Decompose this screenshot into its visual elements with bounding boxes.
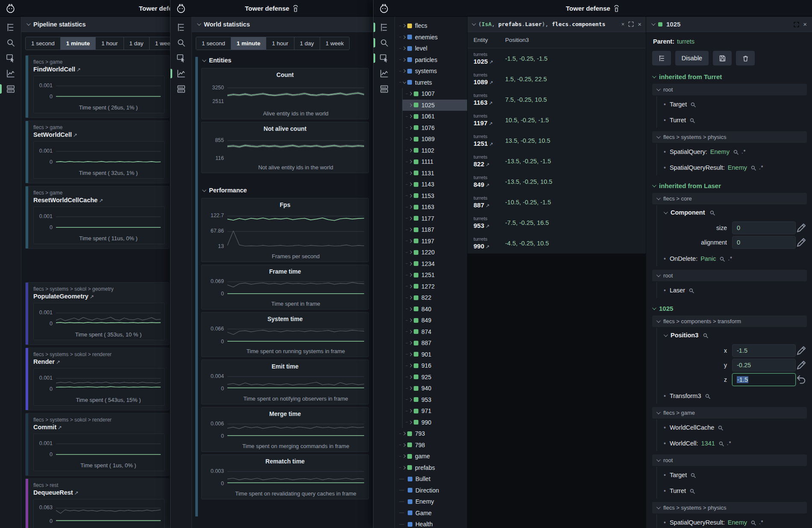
component-target-link[interactable]: Panic — [700, 255, 716, 262]
chevron-right-icon[interactable] — [409, 296, 412, 299]
tree-item-Bullet[interactable]: Bullet — [395, 473, 467, 485]
tree-item-822[interactable]: 822 — [403, 292, 467, 304]
search-icon[interactable] — [689, 288, 694, 293]
tab-1-week[interactable]: 1 week — [150, 37, 170, 50]
inspector-section-inherited-from-Turret[interactable]: inherited from Turret — [652, 73, 807, 80]
search-icon[interactable] — [719, 441, 724, 446]
section-header-performance[interactable]: Performance — [202, 187, 369, 194]
scope-bar[interactable]: root — [652, 454, 807, 466]
tree-item-1187[interactable]: 1187 — [403, 224, 467, 236]
tree-item-1061[interactable]: 1061 — [403, 111, 467, 122]
disable-button[interactable]: Disable — [675, 51, 709, 65]
clear-query-icon[interactable]: × — [621, 21, 625, 27]
field-input-size[interactable]: 0 — [732, 221, 796, 234]
chevron-right-icon[interactable] — [402, 24, 406, 27]
tree-item-1197[interactable]: 1197 — [403, 236, 467, 247]
chevron-right-icon[interactable] — [409, 183, 412, 186]
system-title-link[interactable]: ResetWorldCellCache↗ — [33, 197, 165, 204]
entity-link[interactable]: 1025↗ — [474, 58, 501, 65]
tree-item-874[interactable]: 874 — [403, 326, 467, 338]
close-icon[interactable]: × — [803, 21, 807, 27]
scope-bar[interactable]: flecs > components > transform — [652, 316, 807, 327]
tree-item-enemies[interactable]: enemies — [395, 32, 467, 43]
tree-item-turrets[interactable]: turrets — [395, 77, 467, 88]
save-button[interactable] — [713, 51, 732, 65]
search-icon[interactable] — [176, 38, 186, 48]
search-icon[interactable] — [733, 149, 738, 154]
scope-bar[interactable]: root — [652, 270, 807, 281]
chevron-down-icon[interactable] — [403, 80, 406, 83]
chevron-right-icon[interactable] — [409, 92, 412, 95]
component-header-Component[interactable]: Component — [664, 205, 807, 220]
search-icon[interactable] — [705, 393, 710, 398]
chevron-right-icon[interactable] — [409, 103, 412, 107]
tab-1-second[interactable]: 1 second — [26, 37, 61, 50]
chevron-right-icon[interactable] — [409, 307, 412, 311]
tab-1-minute[interactable]: 1 minute — [61, 37, 96, 50]
tree-item-990[interactable]: 990 — [403, 417, 467, 428]
tree-item-level[interactable]: level — [395, 43, 467, 54]
query-icon[interactable] — [176, 53, 186, 63]
tab-1-day[interactable]: 1 day — [124, 37, 150, 50]
edit-pencil-icon[interactable] — [796, 237, 807, 248]
search-icon[interactable] — [690, 488, 695, 493]
tab-1-day[interactable]: 1 day — [294, 37, 320, 50]
chart-icon[interactable] — [379, 68, 389, 79]
search-icon[interactable] — [703, 333, 708, 338]
tree-item-1131[interactable]: 1131 — [403, 168, 467, 179]
close-icon[interactable]: × — [638, 21, 641, 27]
chevron-right-icon[interactable] — [409, 319, 412, 322]
entity-link[interactable]: 1251↗ — [474, 140, 501, 147]
tree-item-1153[interactable]: 1153 — [403, 190, 467, 202]
chevron-right-icon[interactable] — [409, 353, 412, 356]
tree-item-840[interactable]: 840 — [403, 304, 467, 315]
chevron-right-icon[interactable] — [409, 126, 412, 130]
chevron-right-icon[interactable] — [409, 364, 412, 367]
chevron-right-icon[interactable] — [409, 205, 412, 209]
tab-1-hour[interactable]: 1 hour — [266, 37, 294, 50]
search-icon[interactable] — [751, 165, 756, 170]
tree-item-1089[interactable]: 1089 — [403, 133, 467, 145]
system-title-link[interactable]: DequeueRest↗ — [33, 489, 165, 496]
scope-bar[interactable]: flecs > systems > physics — [652, 502, 807, 513]
chart-icon[interactable] — [176, 68, 186, 79]
edit-pencil-icon[interactable] — [796, 222, 807, 233]
chevron-right-icon[interactable] — [409, 341, 412, 345]
tree-icon[interactable] — [176, 22, 186, 32]
chevron-right-icon[interactable] — [409, 217, 412, 220]
stats-icon[interactable] — [6, 84, 16, 94]
entity-link[interactable]: 822↗ — [474, 160, 501, 168]
chart-icon[interactable] — [6, 68, 16, 79]
fullscreen-icon[interactable] — [794, 21, 799, 27]
tree-item-1007[interactable]: 1007 — [403, 88, 467, 100]
undo-icon[interactable] — [796, 374, 807, 385]
system-title-link[interactable]: SetWorldCell↗ — [33, 131, 165, 138]
edit-pencil-icon[interactable] — [796, 360, 807, 371]
tree-item-1076[interactable]: 1076 — [403, 122, 467, 134]
tree-item-flecs[interactable]: flecs — [395, 20, 467, 32]
chevron-right-icon[interactable] — [409, 171, 412, 175]
chevron-right-icon[interactable] — [402, 466, 406, 469]
chevron-down-icon[interactable] — [651, 21, 656, 26]
entity-link[interactable]: 1197↗ — [474, 119, 501, 127]
query-expression[interactable]: (IsA, prefabs.Laser), flecs.components — [478, 21, 605, 27]
tree-item-Health[interactable]: Health — [395, 519, 467, 528]
field-input-alignment[interactable]: 0 — [732, 236, 796, 249]
search-icon[interactable] — [710, 210, 715, 215]
chevron-right-icon[interactable] — [409, 285, 412, 288]
entity-link[interactable]: 849↗ — [474, 181, 501, 189]
search-icon[interactable] — [690, 118, 695, 123]
tree-icon[interactable] — [6, 22, 16, 32]
inspector-section-1025[interactable]: 1025 — [652, 305, 807, 312]
chevron-right-icon[interactable] — [409, 386, 412, 390]
edit-pencil-icon[interactable] — [796, 345, 807, 356]
scope-bar[interactable]: flecs > systems > physics — [652, 131, 807, 143]
chevron-right-icon[interactable] — [409, 251, 412, 254]
stats-icon[interactable] — [379, 84, 389, 94]
tab-1-second[interactable]: 1 second — [196, 37, 231, 50]
scope-bar[interactable]: root — [652, 84, 807, 95]
tree-item-940[interactable]: 940 — [403, 383, 467, 394]
tree-item-901[interactable]: 901 — [403, 349, 467, 360]
chevron-right-icon[interactable] — [409, 160, 412, 163]
chevron-down-icon[interactable] — [472, 21, 476, 26]
